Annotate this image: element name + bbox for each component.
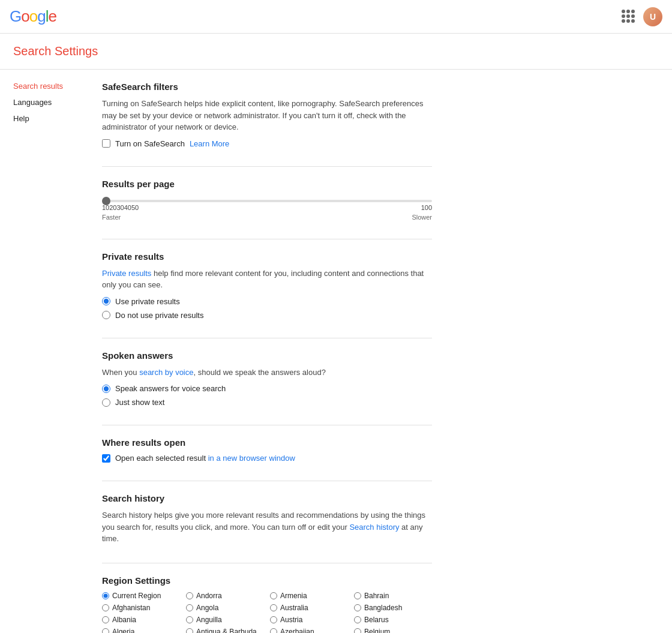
region-radio-australia[interactable]: [270, 604, 277, 611]
slider-label-slower: Slower: [412, 214, 432, 221]
region-radio-andorra[interactable]: [186, 592, 193, 599]
sidebar-item-help[interactable]: Help: [13, 114, 96, 123]
logo-letter-o1: o: [21, 7, 29, 25]
private-results-radio-donot: Do not use private results: [102, 311, 432, 320]
spoken-answers-desc: When you search by voice, should we spea…: [102, 367, 432, 379]
region-item: Bangladesh: [354, 604, 432, 612]
safesearch-description: Turning on SafeSearch helps hide explici…: [102, 98, 432, 133]
region-grid: Current RegionAndorraArmeniaBahrainAfgha…: [102, 592, 432, 634]
spoken-answers-label-speak: Speak answers for voice search: [115, 384, 226, 393]
spoken-answers-radio-text-input[interactable]: [102, 398, 110, 407]
region-settings-title: Region Settings: [102, 575, 432, 586]
region-item: Antigua & Barbuda: [186, 628, 264, 634]
private-results-title: Private results: [102, 251, 432, 262]
sidebar-item-search-results[interactable]: Search results: [13, 82, 96, 91]
divider-6: [102, 563, 432, 563]
region-radio-bahrain[interactable]: [354, 592, 361, 599]
logo-letter-g2: g: [37, 7, 45, 25]
region-radio-bangladesh[interactable]: [354, 604, 361, 611]
region-item: Australia: [270, 604, 348, 612]
private-results-radio-donot-input[interactable]: [102, 311, 110, 319]
spoken-answers-radio-speak-input[interactable]: [102, 385, 110, 393]
where-results-open-checkbox-row: Open each selected result in a new brows…: [102, 454, 432, 463]
region-item: Angola: [186, 604, 264, 612]
search-history-title: Search history: [102, 493, 432, 503]
page-title: Search Settings: [0, 34, 672, 70]
safesearch-learn-more-link[interactable]: Learn More: [190, 139, 229, 148]
divider-1: [102, 166, 432, 167]
region-settings-section: Region Settings Current RegionAndorraArm…: [102, 575, 432, 634]
region-item: Armenia: [270, 592, 348, 600]
region-radio-current-region[interactable]: [102, 592, 109, 599]
safesearch-checkbox-label: Turn on SafeSearch: [115, 139, 185, 148]
results-per-page-slider-container: 10 20 30 40 50 100 Faster Slower: [102, 195, 432, 221]
logo-letter-e: e: [48, 7, 56, 25]
new-window-link[interactable]: in a new browser window: [208, 454, 295, 463]
region-radio-antigua-&-barbuda[interactable]: [186, 628, 193, 634]
where-results-open-title: Where results open: [102, 437, 432, 448]
region-radio-algeria[interactable]: [102, 628, 109, 634]
logo-letter-g: G: [10, 7, 21, 25]
sidebar-item-languages[interactable]: Languages: [13, 98, 96, 107]
safesearch-checkbox[interactable]: [102, 139, 110, 148]
content: SafeSearch filters Turning on SafeSearch…: [96, 82, 444, 633]
spoken-answers-title: Spoken answers: [102, 350, 432, 361]
private-results-radio-use: Use private results: [102, 297, 432, 306]
where-results-open-section: Where results open Open each selected re…: [102, 437, 432, 463]
search-history-desc: Search history helps give you more relev…: [102, 509, 432, 545]
spoken-answers-radio-text: Just show text: [102, 398, 432, 407]
results-per-page-slider[interactable]: [102, 200, 432, 202]
region-radio-albania[interactable]: [102, 616, 109, 623]
slider-labels: Faster Slower: [102, 214, 432, 221]
region-item: Belarus: [354, 616, 432, 624]
private-results-label-donot: Do not use private results: [115, 311, 203, 320]
new-window-checkbox[interactable]: [102, 454, 110, 463]
new-window-label: Open each selected result in a new brows…: [115, 454, 295, 463]
private-results-link[interactable]: Private results: [102, 269, 151, 278]
region-item: Albania: [102, 616, 180, 624]
safesearch-checkbox-row: Turn on SafeSearch Learn More: [102, 139, 432, 148]
slider-label-faster: Faster: [102, 214, 121, 221]
search-history-section: Search history Search history helps give…: [102, 493, 432, 545]
header: Google U: [0, 0, 672, 34]
region-item: Anguilla: [186, 616, 264, 624]
region-radio-belgium[interactable]: [354, 628, 361, 634]
sidebar: Search results Languages Help: [0, 82, 96, 633]
safesearch-title: SafeSearch filters: [102, 82, 432, 92]
private-results-radio-use-input[interactable]: [102, 297, 110, 305]
spoken-answers-radio-speak: Speak answers for voice search: [102, 384, 432, 393]
divider-2: [102, 239, 432, 239]
region-radio-austria[interactable]: [270, 616, 277, 623]
spoken-answers-label-text: Just show text: [115, 398, 164, 407]
region-item: Austria: [270, 616, 348, 624]
region-item: Belgium: [354, 628, 432, 634]
google-logo: Google: [10, 7, 56, 26]
region-item: Azerbaijan: [270, 628, 348, 634]
region-radio-afghanistan[interactable]: [102, 604, 109, 611]
region-radio-anguilla[interactable]: [186, 616, 193, 623]
region-item: Afghanistan: [102, 604, 180, 612]
logo-letter-o2: o: [29, 7, 37, 25]
main-layout: Search results Languages Help SafeSearch…: [0, 70, 672, 633]
divider-5: [102, 481, 432, 481]
region-item: Bahrain: [354, 592, 432, 600]
results-per-page-title: Results per page: [102, 179, 432, 189]
search-by-voice-link[interactable]: search by voice: [139, 368, 193, 377]
region-item: Andorra: [186, 592, 264, 600]
region-item: Current Region: [102, 592, 180, 600]
region-item: Algeria: [102, 628, 180, 634]
private-results-label-use: Use private results: [115, 297, 180, 306]
region-radio-armenia[interactable]: [270, 592, 277, 599]
avatar[interactable]: U: [643, 7, 662, 26]
region-radio-angola[interactable]: [186, 604, 193, 611]
header-right: U: [622, 7, 662, 26]
results-per-page-section: Results per page 10 20 30 40 50 100 Fast…: [102, 179, 432, 221]
google-apps-icon[interactable]: [622, 10, 636, 24]
search-history-link[interactable]: Search history: [349, 523, 399, 532]
divider-4: [102, 425, 432, 425]
region-radio-azerbaijan[interactable]: [270, 628, 277, 634]
private-results-section: Private results Private results help fin…: [102, 251, 432, 320]
divider-3: [102, 338, 432, 338]
region-radio-belarus[interactable]: [354, 616, 361, 623]
safesearch-section: SafeSearch filters Turning on SafeSearch…: [102, 82, 432, 148]
